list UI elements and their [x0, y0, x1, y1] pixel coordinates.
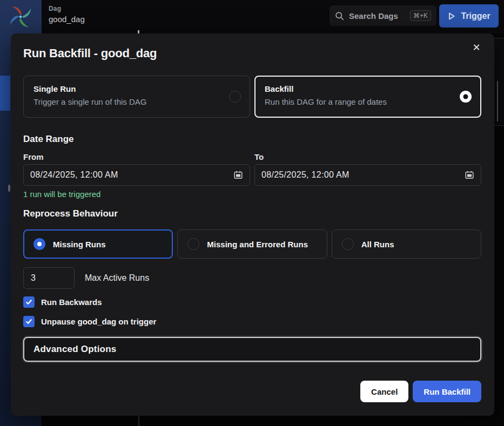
- advanced-options-label: Advanced Options: [33, 344, 116, 355]
- breadcrumb: Dag good_dag: [49, 5, 85, 24]
- sidebar-scroll-indicator: [8, 185, 10, 192]
- max-active-runs-row: Max Active Runs: [23, 267, 149, 289]
- reprocess-heading: Reprocess Behaviour: [23, 208, 118, 219]
- to-datetime-field[interactable]: [254, 164, 481, 186]
- from-datetime-input[interactable]: [30, 170, 233, 180]
- reprocess-option-label: Missing Runs: [53, 240, 106, 249]
- search-icon: [335, 11, 344, 21]
- radio-selected-icon[interactable]: [460, 91, 472, 103]
- reprocess-group: Missing Runs Missing and Errored Runs Al…: [23, 229, 481, 259]
- cancel-button[interactable]: Cancel: [360, 381, 408, 402]
- dialog-footer: Cancel Run Backfill: [360, 381, 481, 402]
- sidebar-item-active[interactable]: [0, 76, 10, 111]
- close-icon[interactable]: ✕: [469, 40, 483, 55]
- run-type-single-run[interactable]: Single Run Trigger a single run of this …: [23, 76, 250, 118]
- calendar-icon[interactable]: [465, 170, 474, 180]
- reprocess-option-missing-errored[interactable]: Missing and Errored Runs: [177, 229, 327, 259]
- trigger-button-label: Trigger: [461, 11, 490, 21]
- search-dags-box[interactable]: Search Dags ⌘+K: [330, 5, 436, 26]
- reprocess-option-label: All Runs: [361, 240, 394, 249]
- run-type-title: Backfill: [265, 84, 471, 93]
- checkbox-label: Run Backwards: [41, 297, 102, 307]
- radio-unselected-icon[interactable]: [229, 91, 241, 103]
- run-type-backfill[interactable]: Backfill Run this DAG for a range of dat…: [254, 76, 481, 118]
- date-range-heading: Date Range: [23, 134, 74, 145]
- breadcrumb-dag-name[interactable]: good_dag: [49, 15, 85, 24]
- runs-count-message: 1 run will be triggered: [23, 190, 100, 199]
- breadcrumb-type-label: Dag: [49, 5, 85, 12]
- date-inputs-row: [23, 164, 481, 186]
- play-icon: [447, 12, 456, 21]
- check-icon: [25, 318, 32, 325]
- unpause-checkbox-row[interactable]: Unpause good_dag on trigger: [23, 316, 156, 327]
- run-backfill-dialog: ✕ Run Backfill - good_dag Single Run Tri…: [11, 33, 494, 416]
- to-label: To: [254, 152, 481, 161]
- radio-unselected-icon[interactable]: [187, 238, 199, 250]
- date-labels-row: From To: [23, 152, 481, 161]
- calendar-icon[interactable]: [233, 170, 243, 180]
- reprocess-option-all-runs[interactable]: All Runs: [332, 229, 481, 259]
- checkbox-label: Unpause good_dag on trigger: [41, 317, 156, 326]
- run-type-group: Single Run Trigger a single run of this …: [23, 76, 481, 118]
- search-shortcut-badge: ⌘+K: [410, 10, 431, 21]
- run-type-title: Single Run: [33, 84, 240, 93]
- top-bar: Dag good_dag Search Dags ⌘+K Trigger: [42, 0, 504, 33]
- from-datetime-field[interactable]: [23, 164, 250, 186]
- checkbox-checked-icon[interactable]: [23, 316, 35, 327]
- check-icon: [25, 299, 32, 306]
- to-datetime-input[interactable]: [261, 170, 465, 180]
- reprocess-option-label: Missing and Errored Runs: [207, 240, 308, 249]
- run-type-description: Trigger a single run of this DAG: [33, 97, 240, 106]
- checkbox-checked-icon[interactable]: [23, 296, 35, 308]
- reprocess-option-missing-runs[interactable]: Missing Runs: [23, 229, 173, 259]
- max-active-runs-label: Max Active Runs: [85, 273, 149, 283]
- trigger-button[interactable]: Trigger: [439, 4, 499, 28]
- radio-unselected-icon[interactable]: [342, 238, 354, 250]
- run-backwards-checkbox-row[interactable]: Run Backwards: [23, 296, 102, 308]
- max-active-runs-input[interactable]: [23, 267, 75, 289]
- airflow-logo[interactable]: [8, 4, 33, 29]
- run-backfill-button[interactable]: Run Backfill: [413, 381, 481, 402]
- run-type-description: Run this DAG for a range of dates: [265, 97, 471, 106]
- advanced-options-toggle[interactable]: Advanced Options: [23, 337, 481, 362]
- airflow-pinwheel-icon: [8, 4, 33, 29]
- from-label: From: [23, 152, 250, 161]
- background-panel-edge: [497, 81, 498, 121]
- radio-selected-icon[interactable]: [33, 238, 45, 250]
- dialog-title: Run Backfill - good_dag: [23, 46, 157, 60]
- search-placeholder: Search Dags: [349, 11, 405, 21]
